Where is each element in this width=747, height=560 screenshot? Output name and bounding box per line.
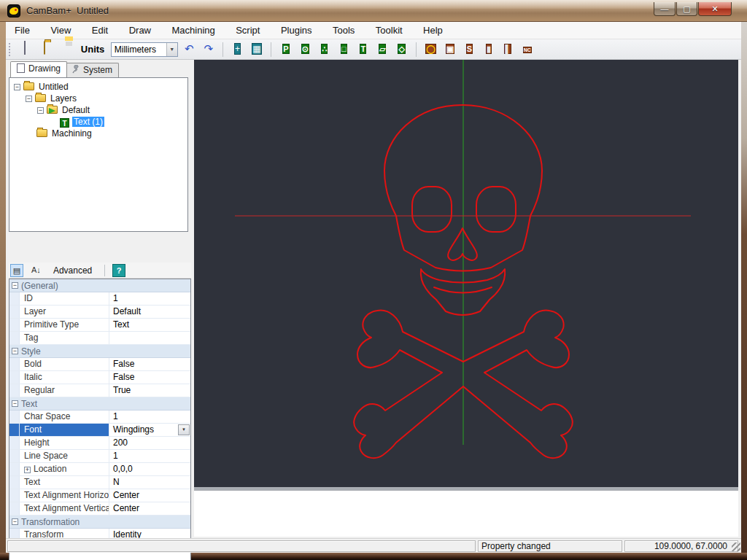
page-icon <box>17 63 25 73</box>
alphabetical-sort-icon[interactable]: A↓ <box>29 264 42 277</box>
menu-item-file[interactable]: File <box>6 22 39 39</box>
draw-surface-icon[interactable]: ▱ <box>375 42 390 56</box>
units-combobox[interactable]: Millimeters▼ <box>111 42 178 57</box>
drawing-tree: −Untitled −Layers −Default TText (1) Mac… <box>9 77 188 232</box>
chevron-down-icon[interactable]: ▼ <box>166 43 177 56</box>
menu-item-edit[interactable]: Edit <box>83 22 117 39</box>
property-row-font[interactable]: FontWingdings▼ <box>9 424 190 437</box>
draw-circle-icon[interactable]: ⊙ <box>298 42 312 56</box>
property-row-char-space[interactable]: Char Space1 <box>9 411 190 424</box>
cambam-logo-icon <box>7 4 20 18</box>
profile-icon[interactable]: ◯ <box>424 42 438 56</box>
property-row-italic[interactable]: ItalicFalse <box>9 371 190 384</box>
window-title: CamBam+ Untitled <box>26 5 109 16</box>
resize-grip[interactable] <box>732 542 740 551</box>
tab-drawing[interactable]: Drawing <box>10 61 67 77</box>
property-row-layer[interactable]: LayerDefault <box>9 306 190 319</box>
collapse-icon[interactable]: − <box>12 518 18 525</box>
left-panel: −Untitled −Layers −Default TText (1) Mac… <box>6 61 191 560</box>
engrave-icon[interactable]: S <box>462 42 476 56</box>
property-row-line-space[interactable]: Line Space1 <box>9 450 190 463</box>
property-row-primitive-type[interactable]: Primitive TypeText <box>9 319 190 332</box>
font-dropdown-button[interactable]: ▼ <box>178 424 190 435</box>
property-row-regular[interactable]: RegularTrue <box>9 384 190 397</box>
expand-icon[interactable]: + <box>24 467 31 473</box>
redo-icon[interactable]: ↷ <box>201 42 216 56</box>
categorized-view-icon[interactable]: ▤ <box>10 264 23 277</box>
window-border-left <box>0 22 6 553</box>
titlebar[interactable]: CamBam+ Untitled — ▢ ✕ <box>0 0 747 22</box>
group-header-style[interactable]: −Style <box>9 345 190 358</box>
desktop: CamBam+ Untitled — ▢ ✕ File View Edit Dr… <box>0 0 747 560</box>
maximize-button[interactable]: ▢ <box>676 2 697 16</box>
group-header-general[interactable]: −(General) <box>9 279 190 292</box>
property-row-align-horizontal[interactable]: Text Alignment HorizorCenter <box>9 489 190 502</box>
folder-icon <box>36 129 47 137</box>
collapse-icon[interactable]: − <box>14 84 20 90</box>
properties-toolbar: ▤ A↓ Advanced ? <box>9 262 191 279</box>
property-row-bold[interactable]: BoldFalse <box>9 358 190 371</box>
titlebar-gloss <box>0 0 747 9</box>
tree-item-layers[interactable]: −Layers <box>9 93 187 104</box>
skull-left-eye <box>412 187 452 232</box>
menu-item-help[interactable]: Help <box>414 22 452 39</box>
show-axes-icon[interactable]: + <box>231 42 245 56</box>
draw-text-icon[interactable]: T <box>356 42 371 56</box>
pocket-icon[interactable]: ▣ <box>443 42 457 56</box>
undo-icon[interactable]: ↶ <box>182 42 196 56</box>
tree-item-machining[interactable]: Machining <box>9 128 187 139</box>
collapse-icon[interactable]: − <box>37 107 44 114</box>
drawing-canvas-svg[interactable] <box>194 60 738 487</box>
collapse-icon[interactable]: − <box>26 96 32 102</box>
property-row-height[interactable]: Height200 <box>9 437 190 450</box>
folder-icon <box>35 94 46 102</box>
tree-item-untitled[interactable]: −Untitled <box>9 81 187 93</box>
statusbar: Property changed 109.0000, 67.0000 <box>6 538 741 553</box>
menu-item-draw[interactable]: Draw <box>120 22 160 39</box>
toolbar: Units Millimeters▼ ↶ ↷ + ▦ P ⊙ ∴ □ T ▱ ◇… <box>6 39 741 60</box>
layer-icon <box>47 106 58 114</box>
menu-item-view[interactable]: View <box>42 22 80 39</box>
draw-points-icon[interactable]: ∴ <box>317 42 332 56</box>
profile3d-icon[interactable]: ▌ <box>500 42 515 56</box>
gcode-icon[interactable]: NC <box>520 42 535 56</box>
statusbar-message: Property changed <box>478 540 622 552</box>
menu-item-script[interactable]: Script <box>227 22 268 39</box>
save-file-icon[interactable] <box>56 42 71 56</box>
open-file-icon[interactable] <box>37 42 52 56</box>
window-border-right <box>741 22 747 553</box>
menu-item-machining[interactable]: Machining <box>163 22 223 39</box>
help-icon[interactable]: ? <box>112 264 125 277</box>
toolbar-grip[interactable] <box>9 43 12 56</box>
text-object-icon: T <box>60 118 69 128</box>
show-grid-icon[interactable]: ▦ <box>249 42 264 56</box>
property-row-location[interactable]: +Location0,0,0 <box>9 463 190 476</box>
collapse-icon[interactable]: − <box>12 348 18 354</box>
property-row-id[interactable]: ID1 <box>9 292 190 306</box>
minimize-button[interactable]: — <box>654 2 676 16</box>
draw-region-icon[interactable]: ◇ <box>395 42 409 56</box>
statusbar-section-left <box>7 540 476 552</box>
crossbones-right <box>463 311 573 459</box>
collapse-icon[interactable]: − <box>12 400 18 407</box>
group-header-transformation[interactable]: −Transformation <box>9 516 190 529</box>
property-row-align-vertical[interactable]: Text Alignment VerticaCenter <box>9 502 190 516</box>
property-row-text[interactable]: TextN <box>9 476 190 489</box>
drill-icon[interactable]: ▮ <box>481 42 496 56</box>
drawing-canvas[interactable] <box>191 60 738 487</box>
new-file-icon[interactable] <box>18 42 32 56</box>
close-button[interactable]: ✕ <box>698 2 732 16</box>
draw-rectangle-icon[interactable]: □ <box>336 42 351 56</box>
tree-item-text-object[interactable]: TText (1) <box>9 116 187 128</box>
menu-item-tools[interactable]: Tools <box>324 22 363 39</box>
menu-item-toolkit[interactable]: Toolkit <box>367 22 411 39</box>
draw-polyline-icon[interactable]: P <box>279 42 293 56</box>
menu-item-plugins[interactable]: Plugins <box>272 22 321 39</box>
group-header-text[interactable]: −Text <box>9 397 190 411</box>
collapse-icon[interactable]: − <box>12 282 18 289</box>
property-row-tag[interactable]: Tag <box>9 332 190 345</box>
tree-item-default-layer[interactable]: −Default <box>9 104 187 116</box>
advanced-button[interactable]: Advanced <box>47 262 98 279</box>
crossbones-left <box>354 311 463 459</box>
window-body: File View Edit Draw Machining Script Plu… <box>6 22 741 553</box>
